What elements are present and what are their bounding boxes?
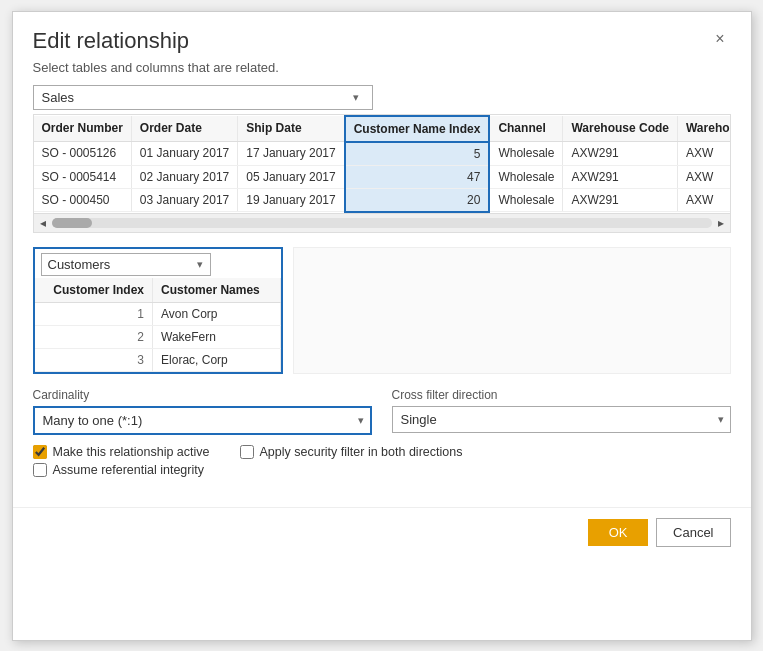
sales-data-table: Order Number Order Date Ship Date Custom… bbox=[34, 115, 731, 213]
cell-customer-name-3: Elorac, Corp bbox=[153, 348, 280, 371]
cell-customer-name-1: Avon Corp bbox=[153, 302, 280, 325]
sales-data-table-wrapper: Order Number Order Date Ship Date Custom… bbox=[33, 114, 731, 233]
cell-ship-date-1: 17 January 2017 bbox=[238, 142, 345, 166]
sales-row-1: SO - 0005126 01 January 2017 17 January … bbox=[34, 142, 731, 166]
cell-order-date-3: 03 January 2017 bbox=[131, 188, 237, 212]
cross-filter-group: Cross filter direction Single ▾ bbox=[392, 388, 731, 435]
scroll-left-button[interactable]: ◂ bbox=[38, 216, 48, 230]
cardinality-select-wrapper: Many to one (*:1) ▾ bbox=[33, 406, 372, 435]
cell-ship-date-3: 19 January 2017 bbox=[238, 188, 345, 212]
col-channel: Channel bbox=[489, 116, 563, 142]
security-filter-checkbox-item[interactable]: Apply security filter in both directions bbox=[240, 445, 463, 459]
cell-warehouse-short-1: AXW bbox=[677, 142, 730, 166]
cross-filter-label: Cross filter direction bbox=[392, 388, 731, 402]
make-active-checkbox-item[interactable]: Make this relationship active bbox=[33, 445, 210, 459]
assume-integrity-checkbox[interactable] bbox=[33, 463, 47, 477]
customers-table-dropdown[interactable]: Customers bbox=[41, 253, 211, 276]
cancel-button[interactable]: Cancel bbox=[656, 518, 730, 547]
sales-dropdown-row: Sales ▾ bbox=[33, 85, 731, 110]
cell-ship-date-2: 05 January 2017 bbox=[238, 165, 345, 188]
cardinality-select[interactable]: Many to one (*:1) bbox=[35, 408, 358, 433]
cell-customer-index-2: 2 bbox=[35, 325, 153, 348]
checkboxes-section: Make this relationship active Apply secu… bbox=[33, 445, 731, 477]
sales-table-dropdown[interactable]: Sales bbox=[33, 85, 373, 110]
dialog-footer: OK Cancel bbox=[13, 507, 751, 557]
col-customer-index[interactable]: Customer Index bbox=[35, 278, 153, 303]
cell-warehouse-code-1: AXW291 bbox=[563, 142, 678, 166]
col-order-number: Order Number bbox=[34, 116, 132, 142]
ok-button[interactable]: OK bbox=[588, 519, 648, 546]
dialog-subtitle: Select tables and columns that are relat… bbox=[13, 58, 751, 85]
sales-row-2: SO - 0005414 02 January 2017 05 January … bbox=[34, 165, 731, 188]
cell-customer-index-1: 1 bbox=[35, 302, 153, 325]
scroll-thumb bbox=[52, 218, 92, 228]
customers-header-row: Customer Index Customer Names bbox=[35, 278, 281, 303]
customers-data-table: Customer Index Customer Names 1 Avon Cor… bbox=[35, 278, 281, 372]
checkbox-row-1: Make this relationship active Apply secu… bbox=[33, 445, 731, 459]
customer-row-1: 1 Avon Corp bbox=[35, 302, 281, 325]
customers-table-wrapper: Customers ▾ Customer Index Customer Name… bbox=[33, 247, 283, 374]
cardinality-group: Cardinality Many to one (*:1) ▾ bbox=[33, 388, 372, 435]
security-filter-label: Apply security filter in both directions bbox=[260, 445, 463, 459]
col-warehouse-short: Warehous bbox=[677, 116, 730, 142]
sales-scroll-bar: ◂ ▸ bbox=[34, 213, 730, 232]
close-button[interactable]: × bbox=[709, 28, 730, 50]
cell-order-number-3: SO - 000450 bbox=[34, 188, 132, 212]
col-customer-name-index[interactable]: Customer Name Index bbox=[345, 116, 490, 142]
customers-right-panel bbox=[293, 247, 731, 374]
cell-channel-3: Wholesale bbox=[489, 188, 563, 212]
scroll-track[interactable] bbox=[52, 218, 712, 228]
checkbox-row-2: Assume referential integrity bbox=[33, 463, 731, 477]
dialog-title: Edit relationship bbox=[33, 28, 190, 54]
sales-header-row: Order Number Order Date Ship Date Custom… bbox=[34, 116, 731, 142]
scroll-right-button[interactable]: ▸ bbox=[716, 216, 726, 230]
sales-table-section: Sales ▾ Order Number Order Date Ship Dat… bbox=[33, 85, 731, 233]
security-filter-checkbox[interactable] bbox=[240, 445, 254, 459]
sales-row-3: SO - 000450 03 January 2017 19 January 2… bbox=[34, 188, 731, 212]
col-order-date: Order Date bbox=[131, 116, 237, 142]
cardinality-arrow-icon: ▾ bbox=[358, 414, 370, 427]
cell-cni-2: 47 bbox=[345, 165, 490, 188]
cell-cni-1: 5 bbox=[345, 142, 490, 166]
dialog-header: Edit relationship × bbox=[13, 12, 751, 58]
cell-order-date-2: 02 January 2017 bbox=[131, 165, 237, 188]
cell-channel-1: Wholesale bbox=[489, 142, 563, 166]
cell-channel-2: Wholesale bbox=[489, 165, 563, 188]
cell-customer-name-2: WakeFern bbox=[153, 325, 280, 348]
cell-customer-index-3: 3 bbox=[35, 348, 153, 371]
cell-order-number-1: SO - 0005126 bbox=[34, 142, 132, 166]
cell-warehouse-short-2: AXW bbox=[677, 165, 730, 188]
make-active-label: Make this relationship active bbox=[53, 445, 210, 459]
options-section: Cardinality Many to one (*:1) ▾ Cross fi… bbox=[33, 388, 731, 435]
cell-order-date-1: 01 January 2017 bbox=[131, 142, 237, 166]
edit-relationship-dialog: Edit relationship × Select tables and co… bbox=[12, 11, 752, 641]
customer-row-2: 2 WakeFern bbox=[35, 325, 281, 348]
customers-dropdown-row: Customers ▾ bbox=[35, 249, 281, 278]
col-warehouse-code: Warehouse Code bbox=[563, 116, 678, 142]
cross-filter-arrow-icon: ▾ bbox=[718, 413, 730, 426]
cross-filter-select[interactable]: Single bbox=[393, 407, 718, 432]
cardinality-label: Cardinality bbox=[33, 388, 372, 402]
customer-row-3: 3 Elorac, Corp bbox=[35, 348, 281, 371]
cell-warehouse-code-3: AXW291 bbox=[563, 188, 678, 212]
col-ship-date: Ship Date bbox=[238, 116, 345, 142]
dialog-body: Sales ▾ Order Number Order Date Ship Dat… bbox=[13, 85, 751, 501]
cell-order-number-2: SO - 0005414 bbox=[34, 165, 132, 188]
customers-section: Customers ▾ Customer Index Customer Name… bbox=[33, 247, 731, 374]
cell-warehouse-code-2: AXW291 bbox=[563, 165, 678, 188]
make-active-checkbox[interactable] bbox=[33, 445, 47, 459]
cross-filter-select-wrapper: Single ▾ bbox=[392, 406, 731, 433]
col-customer-names: Customer Names bbox=[153, 278, 280, 303]
assume-integrity-label: Assume referential integrity bbox=[53, 463, 204, 477]
assume-integrity-checkbox-item[interactable]: Assume referential integrity bbox=[33, 463, 204, 477]
cell-warehouse-short-3: AXW bbox=[677, 188, 730, 212]
cell-cni-3: 20 bbox=[345, 188, 490, 212]
